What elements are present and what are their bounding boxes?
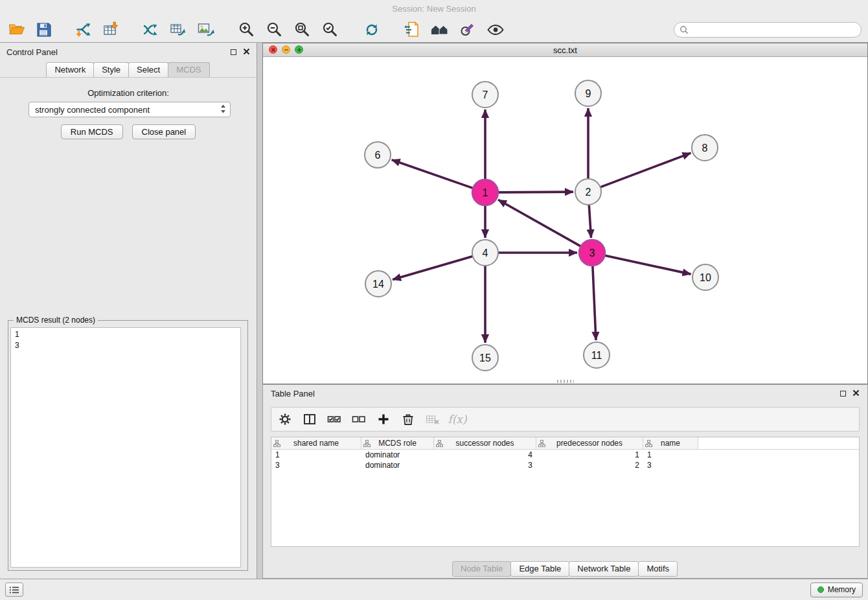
column-header[interactable]: shared name bbox=[271, 437, 361, 449]
status-bar: Memory bbox=[0, 579, 868, 600]
table-cell: dominator bbox=[361, 450, 434, 460]
fx-icon: f(x) bbox=[448, 413, 466, 426]
window-title: Session: New Session bbox=[392, 4, 475, 14]
network-edge[interactable] bbox=[393, 257, 473, 280]
select-all-columns-button[interactable] bbox=[325, 410, 344, 429]
save-session-button[interactable] bbox=[32, 19, 56, 41]
network-node-label: 15 bbox=[479, 352, 491, 363]
home-button[interactable] bbox=[428, 19, 452, 41]
zoom-selected-icon bbox=[322, 21, 339, 38]
network-edge[interactable] bbox=[600, 153, 691, 187]
tab-style[interactable]: Style bbox=[93, 62, 129, 77]
delete-column-button[interactable] bbox=[398, 410, 418, 429]
annotation-button[interactable] bbox=[455, 19, 480, 41]
network-node-label: 9 bbox=[586, 88, 591, 99]
memory-button[interactable]: Memory bbox=[810, 583, 863, 597]
network-edge[interactable] bbox=[593, 266, 596, 340]
network-edge[interactable] bbox=[392, 160, 473, 189]
copy-document-button[interactable] bbox=[400, 19, 424, 41]
tab-mcds[interactable]: MCDS bbox=[168, 62, 209, 77]
delete-table-button[interactable] bbox=[423, 410, 442, 429]
refresh-layout-button[interactable] bbox=[360, 19, 384, 41]
node-table: shared nameMCDS rolesuccessor nodesprede… bbox=[271, 437, 860, 547]
column-header[interactable]: name bbox=[643, 437, 698, 449]
tab-network-table[interactable]: Network Table bbox=[569, 561, 639, 577]
tab-node-table[interactable]: Node Table bbox=[452, 561, 512, 577]
table-toolbar: f(x) bbox=[271, 407, 860, 432]
column-header[interactable]: successor nodes bbox=[434, 437, 536, 449]
resize-grip[interactable] bbox=[557, 380, 574, 383]
export-image-button[interactable] bbox=[193, 19, 218, 41]
zoom-out-button[interactable] bbox=[262, 19, 287, 41]
network-canvas[interactable]: 7968124314101511 bbox=[263, 57, 867, 383]
search-icon bbox=[680, 25, 689, 34]
document-share-icon bbox=[404, 21, 421, 38]
mcds-result-text[interactable]: 1 3 bbox=[10, 327, 241, 568]
tree-icon bbox=[273, 440, 280, 447]
table-panel-tabs: Node Table Edge Table Network Table Moti… bbox=[263, 561, 867, 577]
network-edge[interactable] bbox=[498, 192, 573, 192]
network-arrows-icon bbox=[141, 21, 159, 38]
tab-select[interactable]: Select bbox=[128, 62, 168, 77]
table-row[interactable]: 3dominator323 bbox=[271, 460, 859, 470]
table-cell: dominator bbox=[361, 460, 434, 470]
close-table-panel-icon[interactable] bbox=[852, 387, 860, 399]
new-network-button[interactable] bbox=[137, 19, 162, 41]
add-column-button[interactable] bbox=[374, 410, 393, 429]
open-folder-icon bbox=[8, 21, 25, 38]
run-mcds-button[interactable]: Run MCDS bbox=[61, 124, 123, 139]
network-node-label: 7 bbox=[483, 89, 488, 100]
float-panel-icon[interactable] bbox=[231, 49, 236, 55]
network-edge[interactable] bbox=[605, 255, 691, 274]
tab-motifs[interactable]: Motifs bbox=[638, 561, 678, 577]
task-history-button[interactable] bbox=[5, 583, 23, 597]
show-columns-button[interactable] bbox=[300, 410, 319, 429]
column-header[interactable]: MCDS role bbox=[361, 437, 434, 449]
close-panel-icon[interactable] bbox=[243, 46, 250, 58]
import-table-icon bbox=[102, 21, 120, 38]
table-settings-button[interactable] bbox=[275, 410, 295, 429]
network-node-label: 10 bbox=[700, 272, 711, 283]
network-edge[interactable] bbox=[498, 200, 581, 246]
network-node-label: 4 bbox=[483, 248, 488, 259]
show-graphics-button[interactable] bbox=[483, 19, 508, 41]
memory-label: Memory bbox=[828, 585, 856, 594]
zoom-in-button[interactable] bbox=[234, 19, 259, 41]
tree-icon bbox=[645, 440, 652, 447]
control-panel-tabs: Network Style Select MCDS bbox=[0, 61, 257, 78]
network-node-label: 1 bbox=[483, 187, 488, 198]
column-header[interactable]: predecessor nodes bbox=[536, 437, 643, 449]
network-window: scc.txt 7968124314101511 bbox=[262, 43, 868, 384]
import-table-button[interactable] bbox=[98, 19, 123, 41]
zoom-selected-button[interactable] bbox=[318, 19, 343, 41]
zoom-in-icon bbox=[238, 21, 255, 38]
tab-edge-table[interactable]: Edge Table bbox=[510, 561, 569, 577]
unselect-all-columns-button[interactable] bbox=[349, 410, 369, 429]
import-network-button[interactable] bbox=[71, 19, 95, 41]
network-window-title: scc.txt bbox=[553, 45, 577, 55]
function-builder-button[interactable]: f(x) bbox=[448, 410, 467, 429]
network-edge[interactable] bbox=[589, 205, 591, 238]
zoom-fit-button[interactable] bbox=[290, 19, 315, 41]
table-row[interactable]: 1dominator411 bbox=[271, 450, 859, 460]
float-table-panel-icon[interactable] bbox=[840, 391, 846, 397]
save-floppy-icon bbox=[36, 21, 52, 38]
tab-network[interactable]: Network bbox=[46, 62, 94, 77]
tree-icon bbox=[436, 440, 443, 447]
open-session-button[interactable] bbox=[4, 19, 29, 41]
criterion-select[interactable]: strongly connected component bbox=[29, 102, 231, 117]
unchecked-boxes-icon bbox=[352, 412, 366, 426]
columns-icon bbox=[303, 412, 317, 426]
network-window-titlebar: scc.txt bbox=[263, 43, 867, 57]
window-close-button[interactable] bbox=[269, 45, 277, 54]
trash-icon bbox=[401, 412, 415, 426]
search-input[interactable] bbox=[692, 25, 856, 35]
new-table-button[interactable] bbox=[165, 19, 190, 41]
network-view: 7968124314101511 bbox=[263, 57, 867, 384]
dropdown-arrows-icon bbox=[220, 104, 226, 116]
window-zoom-button[interactable] bbox=[295, 45, 303, 54]
window-minimize-button[interactable] bbox=[282, 45, 290, 54]
table-cell: 1 bbox=[536, 450, 643, 460]
plus-icon bbox=[376, 412, 391, 426]
close-panel-button[interactable]: Close panel bbox=[132, 124, 196, 139]
